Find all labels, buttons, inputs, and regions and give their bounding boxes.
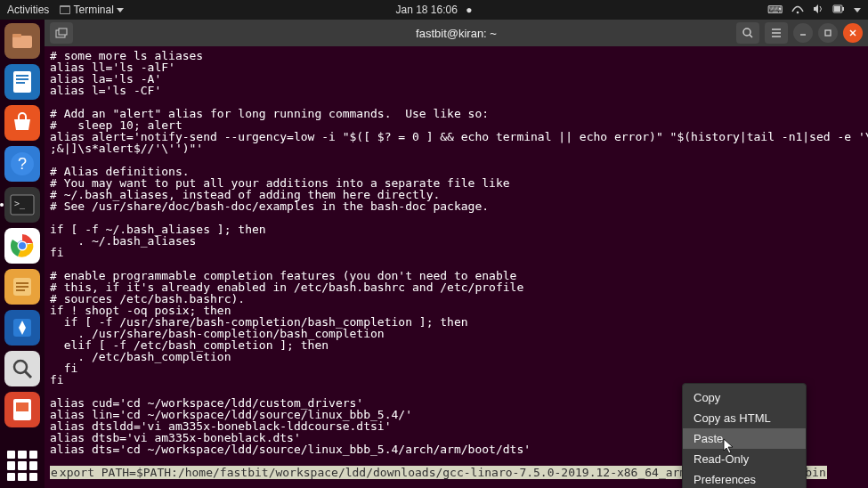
context-menu-item[interactable]: Copy as HTML [683, 408, 806, 428]
volume-icon[interactable] [813, 4, 823, 17]
workspace-icon[interactable] [4, 310, 40, 346]
svg-rect-7 [12, 34, 21, 37]
system-menu-chevron-icon[interactable] [854, 8, 861, 12]
terminal-line: . ~/.bash_aliases [50, 235, 863, 247]
battery-icon[interactable] [832, 4, 845, 17]
close-button[interactable] [843, 23, 863, 43]
svg-rect-10 [16, 78, 28, 80]
terminal-line: . /etc/bash_completion [50, 351, 863, 362]
svg-rect-23 [16, 286, 28, 288]
minimize-button[interactable] [793, 23, 813, 43]
svg-point-32 [743, 28, 750, 36]
context-menu-item[interactable]: Copy [683, 387, 806, 408]
terminal-line: fi [50, 362, 863, 374]
topbar-app-indicator[interactable]: Terminal [60, 4, 124, 16]
window-title: fastbit@kiran: ~ [416, 27, 497, 40]
libreoffice-writer-icon[interactable] [4, 64, 40, 100]
chrome-icon[interactable] [4, 228, 40, 264]
notes-icon[interactable] [4, 269, 40, 305]
svg-point-2 [797, 11, 799, 13]
network-icon[interactable] [791, 4, 804, 17]
svg-rect-22 [16, 282, 28, 284]
svg-text:>_: >_ [14, 199, 26, 209]
svg-point-26 [14, 361, 27, 373]
svg-rect-38 [825, 30, 831, 36]
show-applications-button[interactable] [7, 451, 37, 481]
terminal-line: # See /usr/share/doc/bash-doc/examples i… [50, 200, 863, 212]
context-menu-item[interactable]: Paste [683, 428, 806, 449]
svg-text:?: ? [18, 155, 27, 173]
svg-point-20 [19, 242, 26, 249]
clock[interactable]: Jan 18 16:06 ● [396, 4, 473, 16]
titlebar: fastbit@kiran: ~ [45, 20, 868, 46]
keyboard-layout-icon[interactable]: ⌨ [767, 4, 783, 16]
terminal-line: alias la='ls -A' [50, 73, 863, 85]
new-tab-button[interactable] [50, 22, 73, 44]
ubuntu-software-icon[interactable] [4, 105, 40, 141]
dock: ? >_ [0, 20, 45, 488]
svg-rect-29 [16, 403, 28, 411]
svg-rect-9 [16, 75, 28, 77]
svg-rect-1 [61, 7, 69, 13]
terminal-line: alias l='ls -CF' [50, 85, 863, 96]
terminal-line: alias ll='ls -alF' [50, 61, 863, 73]
chevron-down-icon [117, 8, 124, 12]
app-label: Terminal [73, 4, 113, 16]
svg-rect-24 [16, 289, 25, 291]
svg-line-27 [25, 371, 31, 378]
svg-rect-11 [16, 82, 25, 84]
terminal-icon[interactable]: >_ [4, 187, 40, 223]
svg-rect-4 [842, 7, 844, 11]
gnome-topbar: Activities Terminal Jan 18 16:06 ● ⌨ [0, 0, 868, 20]
context-menu-item[interactable]: Preferences [683, 469, 806, 488]
context-menu-item[interactable]: Read-Only [683, 449, 806, 469]
svg-rect-5 [834, 6, 840, 12]
svg-rect-6 [12, 36, 32, 48]
svg-rect-31 [59, 28, 67, 35]
context-menu: CopyCopy as HTMLPasteRead-OnlyPreference… [682, 383, 807, 488]
search-button[interactable] [736, 22, 759, 44]
help-icon[interactable]: ? [4, 146, 40, 182]
libreoffice-impress-icon[interactable] [4, 392, 40, 427]
svg-line-33 [750, 35, 752, 37]
hamburger-menu-button[interactable] [765, 22, 788, 44]
activities-button[interactable]: Activities [7, 4, 49, 16]
terminal-line: fi [50, 247, 863, 258]
terminal-line: ;&|]\s*alert$//'\'')"' [50, 142, 863, 154]
files-icon[interactable] [4, 23, 40, 59]
maximize-button[interactable] [818, 23, 838, 43]
search-tool-icon[interactable] [4, 351, 40, 386]
